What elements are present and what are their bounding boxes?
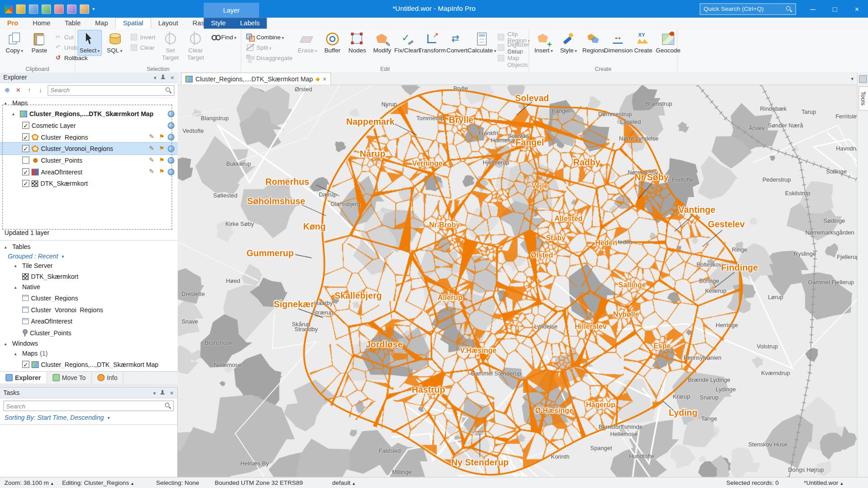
expand-caret-icon[interactable]: ▴ [14,285,20,290]
open-table-icon[interactable] [16,4,26,14]
erase-button[interactable]: Erase [296,30,319,55]
layer-checkbox[interactable]: ✓ [22,122,29,129]
layer-row-dtk-sk-rmkort[interactable]: ✓DTK_Skærmkort [0,178,178,189]
tables-section[interactable]: ▴Tables [0,242,178,252]
create-button[interactable]: Create [632,30,655,55]
explorer-search-input[interactable]: Search [47,85,174,95]
minimize-button[interactable]: ─ [802,0,824,18]
close-tab-icon[interactable]: × [323,75,327,83]
tab-spatial[interactable]: Spatial [115,18,151,28]
status-workspace[interactable]: *Untitled.wor [804,479,843,486]
layer-row-cluster-voronoi-regions[interactable]: ✓Cluster_Voronoi_Regions✎⚑ [0,143,178,155]
geocode-button[interactable]: Geocode [656,30,679,55]
layer-checkbox[interactable]: ✓ [22,133,29,141]
status-style[interactable]: default [332,479,355,486]
add-layer-icon[interactable] [3,87,11,94]
split-button[interactable]: Split [244,42,294,52]
expand-caret-icon[interactable]: ▴ [5,341,10,346]
layer-row-areaofinterest[interactable]: ✓AreaOfInterest✎⚑ [0,166,178,178]
tile-server-group[interactable]: ▴Tile Server [0,261,178,271]
status-projection[interactable]: Bounded UTM Zone 32 ETRS89 [215,479,303,486]
label-layer-icon[interactable]: ⚑ [158,168,165,175]
close-panel-icon[interactable] [170,74,174,81]
calculate-button[interactable]: Calculate [470,30,493,55]
nodes-button[interactable]: Nodes [346,30,369,55]
transform-button[interactable]: Transform [420,30,443,55]
tools-vertical-tab[interactable]: Tools [859,86,868,110]
layout-icon[interactable] [80,4,89,14]
panel-tab-info[interactable]: Info [92,372,123,384]
windows-section[interactable]: ▴Windows [0,338,178,348]
grouped-recent-link[interactable]: Grouped : Recent▾ [0,252,178,261]
edit-style-icon[interactable]: ✎ [148,145,156,152]
windows-maps-group[interactable]: ▴Maps(1) [0,348,178,358]
insert-button[interactable]: Insert [532,30,555,55]
search-icon[interactable] [165,87,171,93]
buffer-button[interactable]: Buffer [321,30,344,55]
move-up-icon[interactable] [25,87,33,94]
disaggregate-button[interactable]: Disaggregate [244,53,294,63]
label-layer-icon[interactable]: ⚑ [158,157,165,164]
modify-button[interactable]: Modify [371,30,394,55]
zoom-to-layer-icon[interactable] [168,157,175,164]
print-icon[interactable] [42,4,51,14]
table-item-areaofinterest[interactable]: AreaOfInterest [0,315,178,327]
layer-checkbox[interactable] [22,157,29,164]
clear-button[interactable]: Clear [128,42,157,52]
panel-menu-caret-icon[interactable] [154,74,156,81]
quick-search-input[interactable]: Quick Search (Ctrl+Q) [700,3,796,15]
close-panel-icon[interactable] [170,389,174,396]
tab-home[interactable]: Home [25,18,57,28]
invert-button[interactable]: Invert [128,32,157,42]
pin-icon[interactable] [161,75,166,80]
layer-checkbox[interactable]: ✓ [22,168,29,175]
expand-caret-icon[interactable]: ▴ [5,100,10,105]
pin-icon[interactable] [160,390,165,396]
qat-customize-caret-icon[interactable]: ▾ [92,6,94,11]
panel-menu-caret-icon[interactable] [153,389,156,396]
style-button[interactable]: Style [557,30,580,55]
clip-region-button[interactable]: Clip Region [495,32,532,42]
tab-labels[interactable]: Labels [233,18,267,28]
zoom-to-layer-icon[interactable] [168,122,175,129]
move-down-icon[interactable] [37,87,44,94]
expand-caret-icon[interactable]: ▴ [14,263,20,268]
panel-tab-explorer[interactable]: Explorer [0,372,47,384]
expand-caret-icon[interactable]: ▴ [5,244,10,249]
maximize-button[interactable]: □ [824,0,846,18]
edit-style-icon[interactable]: ✎ [148,168,156,175]
tasks-sorting-link[interactable]: Sorting By: Start Time, Descending ▾ [0,413,177,422]
tab-pro[interactable]: Pro [0,18,25,28]
layer-checkbox[interactable]: ✓ [22,180,29,187]
dimension-button[interactable]: Dimension [607,30,630,55]
label-layer-icon[interactable]: ⚑ [158,133,165,141]
zoom-to-layer-icon[interactable] [168,169,175,175]
layer-checkbox[interactable]: ✓ [22,145,29,152]
set-target-button[interactable]: Set Target [159,30,182,62]
select-button[interactable]: Select [78,30,101,55]
mapinfo-logo-icon[interactable] [5,5,13,13]
map-document-tab[interactable]: Cluster_Regions,....DTK_Skærmkort Map ◆ … [181,72,331,84]
zoom-to-layer-icon[interactable] [168,134,175,141]
expand-caret-icon[interactable]: ▴ [12,111,18,116]
panel-tab-move-to[interactable]: Move To [47,372,92,384]
map-view[interactable]: ØrstedBrylleNyrupBlangstrupTommerupVedto… [178,85,857,477]
clear-map-objects-button[interactable]: Clear Map Objects [495,53,532,63]
maps-section[interactable]: ▴Maps [0,98,178,108]
label-layer-icon[interactable]: ⚑ [158,145,165,152]
save-workspace-icon[interactable] [29,4,38,14]
native-group[interactable]: ▴Native [0,282,178,292]
tab-style[interactable]: Style [204,18,233,28]
close-button[interactable]: × [846,0,868,18]
convert-button[interactable]: Convert [445,30,468,55]
fix-clean-button[interactable]: Fix/Clean [396,30,419,55]
layer-row-cosmetic-layer[interactable]: ✓Cosmetic Layer [0,119,178,131]
expand-caret-icon[interactable]: ▴ [14,351,20,356]
windows-map-item[interactable]: ✓Cluster_Regions,...,DTK_Skærmkort Map [0,358,178,370]
edit-style-icon[interactable]: ✎ [148,157,156,164]
table-item-cluster-regions[interactable]: Cluster_Regions [0,292,178,304]
table-item-cluster-voronoi-regions[interactable]: Cluster_Voronoi_Regions [0,304,178,315]
search-icon[interactable] [165,403,171,408]
tab-layout[interactable]: Layout [151,18,185,28]
table-item-dtk-sk-rmkort[interactable]: DTK_Skærmkort [0,271,178,282]
